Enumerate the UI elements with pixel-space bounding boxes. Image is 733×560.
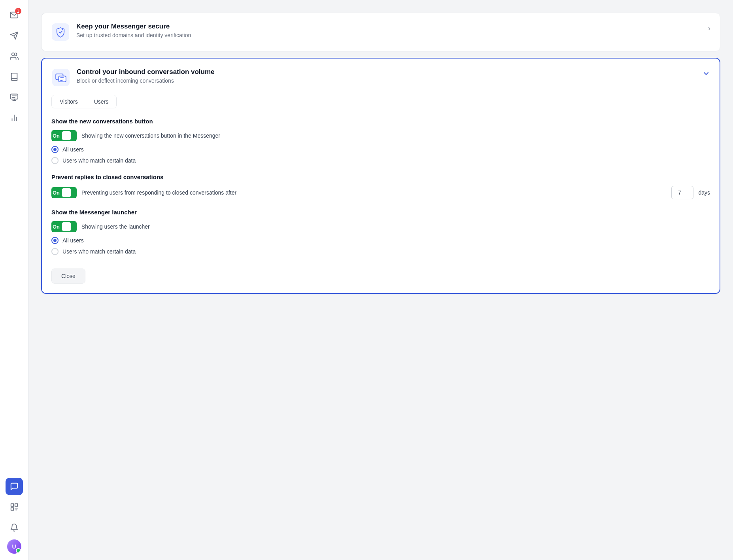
toggle-prevent-replies-handle (62, 188, 71, 197)
secure-card-title: Keep your Messenger secure (76, 23, 702, 30)
analytics-icon[interactable] (6, 109, 23, 127)
radio-inner-all-users-1 (53, 148, 57, 151)
radio-all-users-2[interactable]: All users (51, 237, 710, 244)
toggle-row-messenger-launcher: On Showing users the launcher (51, 221, 710, 232)
secure-card[interactable]: Keep your Messenger secure Set up truste… (41, 13, 720, 51)
secure-card-chevron: › (708, 24, 710, 32)
radio-label-match-data-1: Users who match certain data (62, 157, 136, 164)
days-input[interactable] (671, 186, 693, 199)
secure-card-text: Keep your Messenger secure Set up truste… (76, 23, 702, 38)
toggle-row-new-conversations: On Showing the new conversations button … (51, 130, 710, 141)
report-icon[interactable] (6, 89, 23, 106)
sidebar-bottom: U (6, 478, 23, 554)
section-prevent-replies: Prevent replies to closed conversations … (51, 174, 710, 199)
radio-outer-all-users-1 (51, 146, 59, 153)
toggle-messenger-launcher-label: On (53, 224, 60, 230)
tab-users[interactable]: Users (86, 95, 117, 108)
section-new-conversations: Show the new conversations button On Sho… (51, 118, 710, 164)
inbox-icon[interactable]: 1 (6, 6, 23, 24)
svg-rect-12 (15, 504, 17, 506)
toggle-new-conversations-handle (62, 131, 71, 140)
messenger-icon[interactable] (6, 478, 23, 495)
toggle-prevent-replies-label: On (53, 190, 60, 196)
radio-outer-match-data-2 (51, 248, 59, 255)
toggle-prevent-replies-text: Preventing users from responding to clos… (81, 189, 667, 196)
radio-outer-all-users-2 (51, 237, 59, 244)
section-prevent-replies-title: Prevent replies to closed conversations (51, 174, 710, 180)
radio-label-all-users-2: All users (62, 237, 84, 244)
volume-card-subtitle: Block or deflect incoming conversations (77, 78, 696, 84)
avatar-face: U (7, 539, 21, 554)
main-content: Keep your Messenger secure Set up truste… (28, 0, 733, 560)
contacts-icon[interactable] (6, 47, 23, 65)
volume-card-icon (51, 68, 70, 87)
section-messenger-launcher: Show the Messenger launcher On Showing u… (51, 209, 710, 255)
section-new-conversations-title: Show the new conversations button (51, 118, 710, 125)
volume-card-text: Control your inbound conversation volume… (77, 68, 696, 84)
radio-outer-match-data-1 (51, 157, 59, 164)
inbox-badge: 1 (15, 8, 21, 14)
radio-label-match-data-2: Users who match certain data (62, 248, 136, 255)
volume-card-chevron (702, 70, 710, 79)
radio-label-all-users-1: All users (62, 146, 84, 153)
toggle-new-conversations-text: Showing the new conversations button in … (81, 132, 220, 139)
toggle-messenger-launcher-handle (62, 222, 71, 231)
volume-card: Control your inbound conversation volume… (41, 58, 720, 294)
tab-visitors[interactable]: Visitors (52, 95, 86, 108)
secure-card-subtitle: Set up trusted domains and identity veri… (76, 32, 702, 38)
bell-icon[interactable] (6, 519, 23, 536)
toggle-messenger-launcher-text: Showing users the launcher (81, 223, 150, 230)
svg-point-2 (11, 53, 14, 56)
svg-rect-13 (11, 508, 13, 510)
toggle-days-row: On Preventing users from responding to c… (51, 186, 710, 199)
svg-rect-16 (52, 23, 69, 41)
svg-rect-11 (11, 504, 13, 506)
radio-match-data-2[interactable]: Users who match certain data (51, 248, 710, 255)
secure-card-icon (51, 23, 70, 42)
radio-inner-all-users-2 (53, 239, 57, 242)
apps-icon[interactable] (6, 498, 23, 516)
toggle-prevent-replies[interactable]: On (51, 187, 77, 198)
toggle-new-conversations[interactable]: On (51, 130, 77, 141)
toggle-new-conversations-label: On (53, 133, 60, 139)
tabs: Visitors Users (51, 95, 117, 108)
book-icon[interactable] (6, 68, 23, 85)
avatar[interactable]: U (7, 539, 21, 554)
close-button[interactable]: Close (51, 269, 85, 284)
toggle-messenger-launcher[interactable]: On (51, 221, 77, 232)
volume-card-title: Control your inbound conversation volume (77, 68, 696, 76)
radio-match-data-1[interactable]: Users who match certain data (51, 157, 710, 164)
svg-rect-3 (10, 94, 17, 99)
sidebar: 1 (0, 0, 28, 560)
volume-card-header[interactable]: Control your inbound conversation volume… (51, 68, 710, 87)
days-label: days (698, 189, 710, 196)
send-icon[interactable] (6, 27, 23, 44)
section-messenger-launcher-title: Show the Messenger launcher (51, 209, 710, 216)
radio-all-users-1[interactable]: All users (51, 146, 710, 153)
